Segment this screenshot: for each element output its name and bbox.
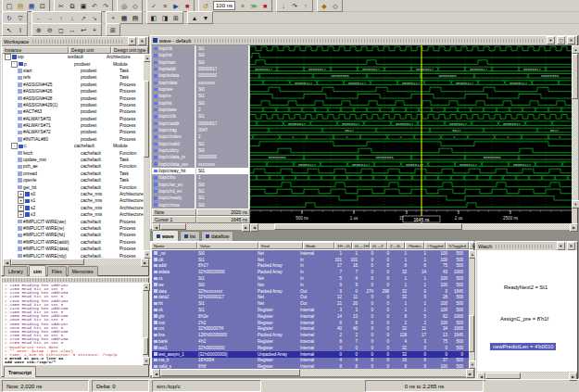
wave-signal-value-row[interactable]: 2 — [196, 107, 248, 113]
objects-row[interactable]: _rstSt0NetInternal110011100500500 (0.477… — [152, 250, 469, 257]
wave-signal-value-row[interactable]: St1 — [196, 113, 248, 120]
objects-row[interactable]: addr8'h17Packed ArrayIn1716008675500500 … — [152, 263, 469, 270]
wave-signal-value-row[interactable]: St1 — [196, 141, 248, 147]
scroll-right-icon[interactable]: ▶ — [466, 369, 474, 378]
wave-signal-value-row[interactable]: 00000017 — [196, 120, 248, 127]
expand-window-icon[interactable]: ⊞ — [107, 25, 119, 34]
prev-edge-icon[interactable]: ↑ — [56, 13, 67, 22]
find-icon[interactable]: ◎ — [119, 1, 130, 10]
wave-signal-value-row[interactable]: xxxxxxxx — [196, 161, 248, 168]
objects-row[interactable]: line128'h00000000Packed ArrayInternal220… — [152, 332, 469, 338]
wave-signal-row[interactable]: /top/clk — [152, 45, 195, 52]
step-icon[interactable]: ↓ — [278, 1, 289, 10]
objects-column-header[interactable]: %Toggled — [446, 242, 469, 249]
save-icon[interactable]: ▦ — [26, 1, 37, 10]
tree-row[interactable]: #ALWAYS#71prodtestProcess — [3, 122, 144, 129]
scroll-thumb[interactable] — [160, 369, 300, 376]
tree-row[interactable]: #ASSIGN#428prodtestProcess — [3, 95, 144, 101]
tree-row[interactable]: #IMPLICIT-WIRE(we)cachefaultProcess — [3, 218, 144, 224]
bookmark-add-icon[interactable]: ◆ — [319, 1, 330, 10]
scroll-thumb[interactable] — [143, 337, 148, 356]
scroll-thumb[interactable] — [485, 373, 521, 379]
wave-cursor-1-value[interactable]: 1645 ns — [196, 216, 250, 223]
copy-icon[interactable]: ⧉ — [67, 1, 78, 10]
collapse-icon[interactable]: - — [11, 61, 18, 68]
tab-transcript[interactable]: Transcript — [4, 366, 36, 377]
stop-icon[interactable]: ■ — [259, 1, 271, 10]
scroll-thumb[interactable] — [11, 259, 84, 265]
wave-signal-value-row[interactable]: St0 — [196, 182, 248, 188]
tree-row[interactable]: #ALWAYS#72prodtestProcess — [3, 129, 144, 135]
scroll-track[interactable] — [258, 223, 570, 230]
watch-item[interactable]: newPredictLen = 4'b0010 — [490, 343, 556, 350]
wave-signal-value-row[interactable]: St1 — [196, 195, 248, 201]
tree-row[interactable]: update_msicachefaultTask — [3, 157, 144, 163]
wave-signal-row[interactable]: /top/start — [152, 59, 195, 66]
transcript-vertical-scrollbar[interactable]: ▲▼ — [143, 283, 148, 365]
zoom-cursor-icon[interactable]: + — [89, 25, 100, 34]
objects-row[interactable]: clkSt1NetIn1011010011100500500 (0.477) — [152, 257, 469, 263]
tree-row[interactable]: +s0cache_mtsArchitecture — [3, 191, 144, 197]
next-edge-icon[interactable]: ↓ — [67, 13, 78, 22]
wave-signal-row[interactable]: /top/wdata — [152, 72, 195, 79]
wave-signal-row[interactable]: /top/c/ready — [152, 195, 195, 201]
wave-maximize-icon[interactable]: ◻ — [557, 36, 565, 44]
new-file-icon[interactable]: ▢ — [4, 1, 15, 10]
wave-vertical-scrollbar[interactable]: ▲▼ — [572, 45, 578, 209]
wave-names-horizontal-scrollbar[interactable]: ◀▶ — [152, 223, 250, 230]
wave-signal-row[interactable]: /top/c/way_hit — [152, 168, 195, 174]
memory-view-icon[interactable]: ▦ — [119, 13, 130, 22]
compile-all-icon[interactable]: ≡ — [159, 1, 170, 10]
workspace-close-icon[interactable]: ✕ — [138, 37, 146, 45]
paste-icon[interactable]: ▣ — [78, 1, 89, 10]
zoom-last-icon[interactable]: ↩ — [78, 25, 89, 34]
wave-signal-value-row[interactable]: St0 — [196, 86, 248, 93]
wave-signal-value-row[interactable]: St0 — [196, 59, 248, 66]
continue-run-icon[interactable]: ≫ — [248, 1, 259, 10]
tree-row[interactable]: fetchcachefaultFunction — [3, 149, 144, 156]
scroll-track[interactable] — [485, 373, 569, 379]
tree-row[interactable]: get_hitcachefaultFunction — [3, 183, 144, 190]
cascade-icon[interactable]: ⊞ — [170, 13, 182, 22]
tile-vertical-icon[interactable]: ◨ — [159, 13, 170, 22]
wave-signal-row[interactable]: /top/re — [152, 93, 195, 99]
wave-signal-row[interactable]: /top/hit — [152, 100, 195, 107]
expand-icon[interactable]: + — [18, 205, 24, 211]
objects-horizontal-scrollbar[interactable]: ◀▶ — [152, 369, 474, 376]
tree-row[interactable]: onreadcachefaultTask — [3, 171, 144, 177]
prev-transition-icon[interactable]: ← — [33, 13, 44, 22]
collapse-icon[interactable]: - — [11, 143, 18, 149]
step-out-icon[interactable]: ↑ — [300, 1, 311, 10]
break-icon[interactable]: ■ — [182, 1, 193, 10]
scroll-thumb[interactable] — [469, 315, 474, 353]
wave-signal-value-row[interactable]: xxxxxxxx — [196, 80, 248, 86]
tree-row[interactable]: startprodtestTask — [3, 68, 144, 74]
wave-signal-row[interactable]: /top/we — [152, 86, 195, 93]
restart-icon[interactable]: ↺ — [200, 1, 211, 10]
expand-icon[interactable]: + — [18, 197, 24, 204]
scroll-thumb[interactable] — [572, 54, 578, 99]
compile-icon[interactable]: ✓ — [148, 1, 159, 10]
objects-row[interactable]: okSt1RegisterInternal330011100500500 (0.… — [152, 307, 469, 313]
tree-row[interactable]: -pprodtestModule — [3, 60, 144, 67]
tab-library[interactable]: Library — [4, 266, 28, 276]
wave-signal-value-row[interactable]: 00000017 — [196, 66, 248, 72]
tree-row[interactable]: +s3cache_mtsArchitecture — [3, 211, 144, 218]
edit-mode-icon[interactable]: I — [15, 25, 26, 34]
wave-signal-row[interactable]: /top/c/valid — [152, 141, 195, 147]
next-transition-icon[interactable]: → — [44, 13, 56, 22]
wave-signal-row[interactable]: /top/c/index — [152, 133, 195, 140]
wave-signal-row[interactable]: /top/c/lru — [152, 174, 195, 181]
tab-dataflow[interactable]: dataflow — [201, 231, 233, 241]
wave-signal-row[interactable]: /top/rdata — [152, 80, 195, 86]
wave-signal-value-row[interactable]: 00000000 — [196, 154, 248, 160]
workspace-dock-icon[interactable]: ▾ — [128, 37, 136, 45]
scroll-track[interactable] — [160, 223, 242, 230]
objects-column-header[interactable]: #Nodes — [405, 242, 424, 249]
wave-signal-row[interactable]: /top/c/clk — [152, 113, 195, 120]
zoom-full-icon[interactable]: ◻ — [56, 25, 67, 34]
refresh-icon[interactable]: ▽ — [15, 13, 26, 22]
scroll-thumb[interactable] — [144, 81, 149, 158]
scroll-left-icon[interactable]: ◀ — [152, 369, 160, 378]
watch-close-icon[interactable]: ✕ — [567, 242, 575, 250]
